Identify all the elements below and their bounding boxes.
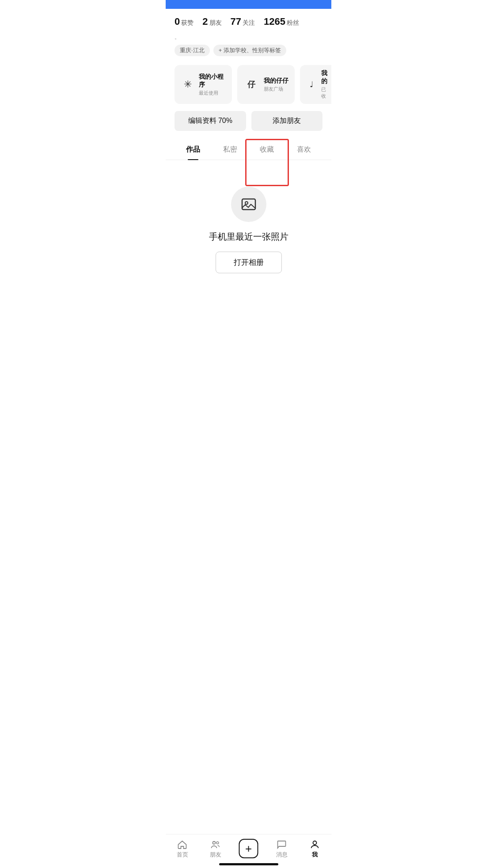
content-area: 手机里最近一张照片 打开相册 [166,160,331,287]
edit-profile-button[interactable]: 编辑资料 70% [175,111,246,131]
stat-fans-label: 粉丝 [287,19,299,27]
bio-dot: 。 [166,33,331,43]
stat-likes: 0 获赞 [175,16,193,27]
photo-icon-circle [231,187,266,222]
tag-location[interactable]: 重庆·江北 [175,45,210,56]
add-friend-button[interactable]: 添加朋友 [251,111,323,131]
stat-friends-label: 朋友 [209,19,222,27]
header-blue-bar [166,0,331,9]
tab-private[interactable]: 私密 [212,140,249,160]
stats-row: 0 获赞 2 朋友 77 关注 1265 粉丝 [166,9,331,33]
svg-point-1 [245,202,248,204]
tab-favorites[interactable]: 收藏 [249,140,286,160]
mini-app-mini-programs[interactable]: ✳ 我的小程序 最近使用 [175,65,232,104]
action-buttons-row: 编辑资料 70% 添加朋友 [166,111,331,140]
stat-following-label: 关注 [243,19,255,27]
tag-add-more[interactable]: + 添加学校、性别等标签 [213,45,286,56]
mini-apps-row: ✳ 我的小程序 最近使用 仔 我的仔仔 朋友广场 ♩ 我的 已收 [166,61,331,111]
stat-likes-label: 获赞 [181,19,193,27]
tab-likes[interactable]: 喜欢 [285,140,322,160]
mini-app-music[interactable]: ♩ 我的 已收 [300,65,331,104]
stat-fans: 1265 粉丝 [264,16,299,27]
tabs-row: 作品 私密 收藏 喜欢 [166,140,331,160]
mini-app-sub-music: 已收 [321,86,329,99]
mini-app-sub-programs: 最近使用 [199,90,226,96]
svg-rect-0 [242,199,255,210]
stat-friends-number: 2 [202,16,208,27]
stat-friends: 2 朋友 [202,16,221,27]
mini-app-icon-music: ♩ [306,76,317,92]
tabs-container: 作品 私密 收藏 喜欢 [166,140,331,160]
stat-following: 77 关注 [231,16,255,27]
mini-app-zaizai[interactable]: 仔 我的仔仔 朋友广场 [237,65,295,104]
content-title: 手机里最近一张照片 [209,231,288,243]
stat-following-number: 77 [231,16,241,27]
mini-app-name-music: 我的 [321,69,329,85]
open-album-button[interactable]: 打开相册 [216,252,282,273]
stat-likes-number: 0 [175,16,180,27]
mini-app-icon-zaizai: 仔 [243,76,259,92]
mini-app-sub-zaizai: 朋友广场 [264,86,288,92]
mini-app-name-zaizai: 我的仔仔 [264,77,288,85]
tab-works[interactable]: 作品 [175,140,212,160]
tags-row: 重庆·江北 + 添加学校、性别等标签 [166,43,331,61]
mini-app-name-programs: 我的小程序 [199,73,226,89]
stat-fans-number: 1265 [264,16,285,27]
photo-icon [241,196,257,212]
mini-app-icon-programs: ✳ [181,76,194,92]
